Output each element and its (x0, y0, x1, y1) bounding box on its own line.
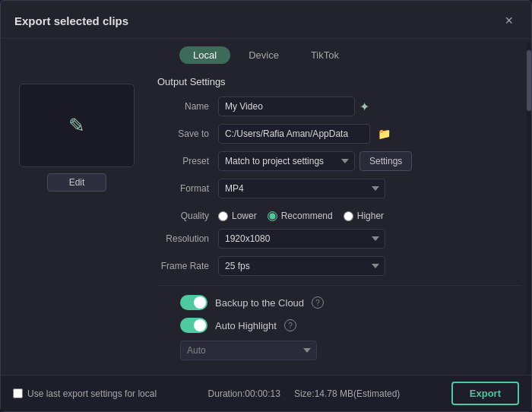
auto-highlight-help-icon[interactable]: ? (284, 319, 296, 331)
save-to-control: 📁 (218, 124, 521, 144)
save-to-input[interactable] (218, 124, 370, 144)
name-input[interactable] (218, 97, 355, 116)
preview-panel: ✎ Edit (1, 76, 153, 375)
quality-recommend-radio[interactable] (268, 211, 277, 221)
settings-button[interactable]: Settings (359, 151, 412, 171)
quality-lower-label: Lower (232, 211, 257, 221)
name-label: Name (157, 101, 218, 112)
auto-highlight-row: Auto Highlight ? (157, 318, 521, 333)
auto-highlight-label: Auto Highlight (215, 320, 277, 331)
backup-cloud-toggle[interactable] (180, 295, 207, 310)
settings-panel: Output Settings Name ✦ Save to 📁 Prese (153, 76, 531, 375)
format-row: Format MP4 (157, 179, 521, 198)
dialog-header: Export selected clips × (1, 1, 531, 39)
backup-cloud-row: Backup to the Cloud ? (157, 295, 521, 310)
scrollbar-thumb[interactable] (527, 68, 531, 111)
output-settings-title: Output Settings (157, 76, 521, 87)
use-last-settings-text: Use last export settings for local (27, 388, 157, 399)
resolution-label: Resolution (157, 233, 218, 244)
use-last-settings-checkbox[interactable] (13, 388, 23, 398)
auto-select-wrap: Auto (157, 341, 521, 360)
use-last-settings-label[interactable]: Use last export settings for local (13, 388, 157, 399)
framerate-select[interactable]: 25 fps (218, 256, 385, 276)
quality-row: Quality Lower Recommend High (157, 211, 521, 221)
name-row: Name ✦ (157, 97, 521, 116)
format-label: Format (157, 183, 218, 194)
quality-control: Lower Recommend Higher (218, 211, 521, 221)
framerate-label: Frame Rate (157, 261, 218, 271)
folder-icon[interactable]: 📁 (378, 128, 391, 140)
quality-recommend-option[interactable]: Recommend (268, 211, 333, 221)
preset-control: Match to project settings Settings (218, 151, 521, 171)
footer-left: Use last export settings for local (13, 388, 157, 399)
quality-recommend-label: Recommend (281, 211, 333, 221)
preview-thumbnail: ✎ (19, 84, 135, 167)
pencil-icon: ✎ (68, 114, 85, 138)
auto-select[interactable]: Auto (180, 341, 317, 360)
tab-tiktok[interactable]: TikTok (297, 46, 353, 64)
quality-higher-option[interactable]: Higher (344, 211, 384, 221)
close-button[interactable]: × (500, 11, 518, 30)
format-select[interactable]: MP4 (218, 179, 385, 198)
duration-label: Duration:00:00:13 (208, 388, 280, 399)
backup-cloud-help-icon[interactable]: ? (312, 296, 324, 309)
tab-device[interactable]: Device (235, 46, 293, 64)
backup-cloud-label: Backup to the Cloud (215, 297, 304, 309)
export-button[interactable]: Export (451, 382, 519, 405)
scrollbar-track (527, 68, 531, 375)
resolution-select[interactable]: 1920x1080 (218, 229, 385, 249)
ai-icon[interactable]: ✦ (359, 100, 369, 114)
auto-highlight-toggle[interactable] (180, 318, 207, 333)
format-control: MP4 (218, 179, 521, 198)
export-dialog: Export selected clips × Local Device Tik… (0, 0, 532, 412)
preset-label: Preset (157, 156, 218, 166)
resolution-control: 1920x1080 (218, 229, 521, 249)
resolution-row: Resolution 1920x1080 (157, 229, 521, 249)
preset-select[interactable]: Match to project settings (218, 151, 355, 171)
edit-button[interactable]: Edit (47, 173, 107, 192)
name-control: ✦ (218, 97, 521, 116)
framerate-control: 25 fps (218, 256, 521, 276)
save-to-row: Save to 📁 (157, 124, 521, 144)
quality-higher-label: Higher (357, 211, 384, 221)
save-to-label: Save to (157, 128, 218, 139)
dialog-footer: Use last export settings for local Durat… (1, 375, 531, 411)
framerate-row: Frame Rate 25 fps (157, 256, 521, 276)
divider-1 (157, 285, 521, 286)
quality-higher-radio[interactable] (344, 211, 353, 221)
quality-label: Quality (157, 211, 218, 221)
footer-center: Duration:00:00:13 Size:14.78 MB(Estimate… (208, 388, 401, 399)
preset-row: Preset Match to project settings Setting… (157, 151, 521, 171)
quality-options: Lower Recommend Higher (218, 211, 521, 221)
dialog-title: Export selected clips (14, 14, 128, 27)
size-label: Size:14.78 MB(Estimated) (294, 388, 400, 399)
tab-local[interactable]: Local (179, 46, 230, 64)
quality-lower-option[interactable]: Lower (218, 211, 257, 221)
tabs-row: Local Device TikTok (1, 39, 531, 68)
dialog-body: ✎ Edit Output Settings Name ✦ Save to 📁 (1, 68, 531, 375)
quality-lower-radio[interactable] (218, 211, 228, 221)
